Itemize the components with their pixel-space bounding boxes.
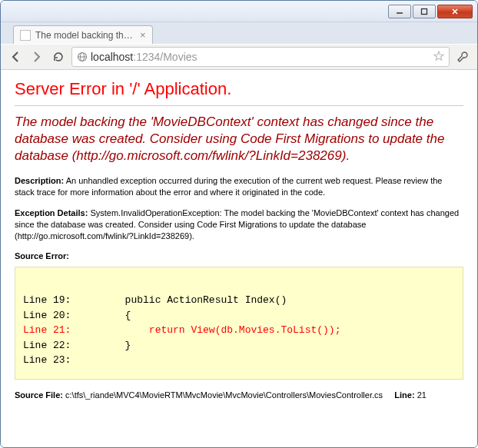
browser-toolbar: localhost:1234/Movies [1, 44, 477, 70]
source-error-label: Source Error: [15, 251, 463, 261]
reload-icon [52, 51, 65, 63]
favicon-icon [20, 30, 31, 41]
browser-tab[interactable]: The model backing the 'M × [13, 25, 153, 44]
tab-strip: The model backing the 'M × [1, 22, 477, 44]
close-button[interactable] [437, 5, 473, 18]
divider [15, 105, 463, 106]
code-line-21: Line 21: return View(db.Movies.ToList())… [23, 324, 340, 336]
window-titlebar [1, 1, 477, 22]
maximize-button[interactable] [413, 5, 436, 18]
source-file-label: Source File: [15, 390, 63, 400]
url-path: :1234/Movies [133, 51, 197, 63]
line-label: Line: [394, 390, 414, 400]
bookmark-star-button[interactable] [433, 51, 444, 64]
description-text: An unhandled exception occurred during t… [15, 176, 442, 197]
browser-window: The model backing the 'M × localhost:123… [0, 0, 478, 448]
maximize-icon [420, 8, 428, 15]
forward-button[interactable] [28, 48, 45, 65]
code-line-20: Line 20: { [23, 310, 131, 321]
code-line-23: Line 23: [23, 354, 71, 366]
exception-label: Exception Details: [15, 208, 88, 217]
source-file-text: c:\tfs\_riande\MVC4\MovieRTM\MvcMovie\Mv… [63, 390, 383, 400]
wrench-icon [456, 51, 469, 63]
page-content: Server Error in '/' Application. The mod… [1, 70, 477, 447]
url-host: localhost [91, 51, 133, 63]
close-icon [451, 8, 459, 15]
reload-button[interactable] [50, 48, 67, 65]
star-icon [433, 51, 444, 61]
globe-icon [77, 51, 88, 62]
exception-paragraph: Exception Details: System.InvalidOperati… [15, 207, 463, 242]
description-paragraph: Description: An unhandled exception occu… [15, 175, 463, 198]
source-file-line: Source File: c:\tfs\_riande\MVC4\MovieRT… [15, 390, 463, 400]
code-line-22: Line 22: } [23, 340, 131, 351]
error-title: Server Error in '/' Application. [15, 79, 463, 99]
arrow-right-icon [31, 51, 43, 63]
svg-rect-1 [422, 8, 427, 14]
tab-close-button[interactable]: × [140, 29, 146, 41]
description-label: Description: [15, 176, 64, 185]
minimize-button[interactable] [388, 5, 411, 18]
address-bar[interactable]: localhost:1234/Movies [71, 47, 450, 67]
source-error-code: Line 19: public ActionResult Index() Lin… [15, 267, 463, 380]
line-text: 21 [415, 390, 427, 400]
back-button[interactable] [7, 48, 24, 65]
error-heading: The model backing the 'MovieDBContext' c… [15, 114, 463, 164]
wrench-menu-button[interactable] [454, 48, 471, 65]
tab-title: The model backing the 'M [35, 30, 135, 41]
url-text: localhost:1234/Movies [91, 51, 430, 63]
minimize-icon [396, 8, 403, 15]
code-line-19: Line 19: public ActionResult Index() [23, 294, 287, 306]
arrow-left-icon [9, 51, 22, 63]
